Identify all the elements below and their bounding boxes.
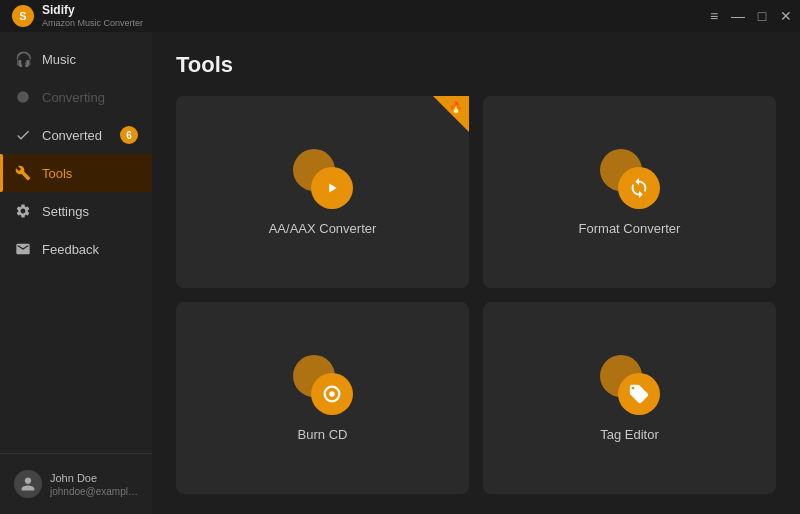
tool-card-format[interactable]: Format Converter	[483, 96, 776, 288]
format-icon-wrap	[600, 149, 660, 209]
tool-card-tag-editor[interactable]: Tag Editor	[483, 302, 776, 494]
hot-badge: 🔥	[433, 96, 469, 132]
icon-circle-front	[311, 167, 353, 209]
maximize-button[interactable]: □	[756, 10, 768, 22]
app-name-block: Sidify Amazon Music Converter	[42, 3, 143, 28]
user-avatar	[14, 470, 42, 498]
svg-point-3	[329, 391, 335, 397]
main-layout: 🎧 Music Converting Converted 6	[0, 32, 800, 514]
window-controls: ≡ — □ ✕	[708, 10, 792, 22]
sidebar-label-music: Music	[42, 52, 138, 67]
svg-marker-1	[329, 183, 336, 192]
sidebar-label-settings: Settings	[42, 204, 138, 219]
sidebar-item-converting: Converting	[0, 78, 152, 116]
tool-card-aa-aax[interactable]: 🔥 AA/AAX Converter	[176, 96, 469, 288]
sidebar-label-converting: Converting	[42, 90, 138, 105]
app-subtitle: Amazon Music Converter	[42, 18, 143, 29]
icon-circle-front-tag	[618, 373, 660, 415]
page-title: Tools	[176, 52, 776, 78]
minimize-button[interactable]: —	[732, 10, 744, 22]
icon-circle-front-burn	[311, 373, 353, 415]
settings-icon	[14, 202, 32, 220]
user-name: John Doe	[50, 471, 140, 485]
sidebar-item-converted[interactable]: Converted 6	[0, 116, 152, 154]
sidebar: 🎧 Music Converting Converted 6	[0, 32, 152, 514]
feedback-icon	[14, 240, 32, 258]
sidebar-footer: John Doe johndoe@example.com	[0, 453, 152, 514]
user-email: johndoe@example.com	[50, 486, 140, 497]
converted-badge: 6	[120, 126, 138, 144]
tools-icon	[14, 164, 32, 182]
tool-label-aa-aax: AA/AAX Converter	[269, 221, 377, 236]
sidebar-item-settings[interactable]: Settings	[0, 192, 152, 230]
tool-card-burn-cd[interactable]: Burn CD	[176, 302, 469, 494]
converting-icon	[14, 88, 32, 106]
app-logo: S	[12, 5, 34, 27]
user-info[interactable]: John Doe johndoe@example.com	[10, 464, 142, 504]
sidebar-item-tools[interactable]: Tools	[0, 154, 152, 192]
sidebar-label-converted: Converted	[42, 128, 110, 143]
tool-label-burn-cd: Burn CD	[298, 427, 348, 442]
tag-editor-icon-wrap	[600, 355, 660, 415]
close-button[interactable]: ✕	[780, 10, 792, 22]
sidebar-label-tools: Tools	[42, 166, 138, 181]
tool-label-format: Format Converter	[579, 221, 681, 236]
user-details: John Doe johndoe@example.com	[50, 471, 140, 496]
music-icon: 🎧	[14, 50, 32, 68]
sidebar-nav: 🎧 Music Converting Converted 6	[0, 32, 152, 453]
app-branding: S Sidify Amazon Music Converter	[12, 3, 143, 28]
sidebar-label-feedback: Feedback	[42, 242, 138, 257]
converted-icon	[14, 126, 32, 144]
aa-aax-icon-wrap	[293, 149, 353, 209]
tool-label-tag-editor: Tag Editor	[600, 427, 659, 442]
svg-point-0	[17, 91, 29, 103]
title-bar: S Sidify Amazon Music Converter ≡ — □ ✕	[0, 0, 800, 32]
menu-button[interactable]: ≡	[708, 10, 720, 22]
burn-cd-icon-wrap	[293, 355, 353, 415]
content-area: Tools 🔥 AA/AAX Converter	[152, 32, 800, 514]
sidebar-item-feedback[interactable]: Feedback	[0, 230, 152, 268]
app-name: Sidify	[42, 3, 143, 17]
icon-circle-front-format	[618, 167, 660, 209]
tools-grid: 🔥 AA/AAX Converter Forma	[176, 96, 776, 494]
sidebar-item-music[interactable]: 🎧 Music	[0, 40, 152, 78]
